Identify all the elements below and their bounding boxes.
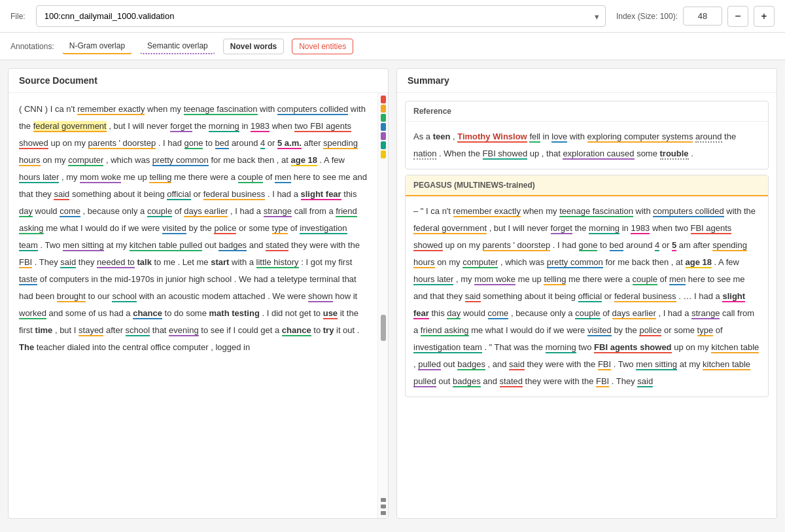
annotations-bar: Annotations: N-Gram overlap Semantic ove… [0,33,785,60]
scroll-seg-5 [381,132,386,140]
pegasus-header: PEGASUS (MULTINEWS-trained) [406,175,768,196]
scroll-seg-1 [381,96,386,103]
file-label: File: [10,12,26,21]
index-label: Index (Size: 100): [616,12,678,21]
reference-section: Reference As a teen , Timothy Winslow fe… [405,101,769,169]
scroll-seg-4 [381,123,386,131]
source-text-area[interactable]: ( CNN ) I ca n't remember exactly when m… [9,93,377,518]
main-content: Source Document ( CNN ) I ca n't remembe… [0,60,785,527]
summary-panel-body[interactable]: Reference As a teen , Timothy Winslow fe… [397,93,776,518]
ngram-overlap-tag[interactable]: N-Gram overlap [62,38,132,54]
scroll-seg-7 [381,151,386,158]
index-minus-button[interactable]: − [727,6,748,27]
reference-body: As a teen , Timothy Winslow fell in love… [406,122,768,169]
scroll-seg-b [381,505,386,508]
source-panel-header: Source Document [9,69,388,93]
summary-panel-header: Summary [397,69,776,93]
source-panel: Source Document ( CNN ) I ca n't remembe… [8,68,389,519]
scroll-seg-a [381,498,386,502]
pegasus-body: – " I ca n't remember exactly when my te… [406,196,768,397]
scroll-seg-2 [381,105,386,113]
pegasus-section: PEGASUS (MULTINEWS-trained) – " I ca n't… [405,175,769,397]
scroll-thumb[interactable] [381,315,386,341]
reference-header: Reference [406,101,768,122]
source-panel-body: ( CNN ) I ca n't remember exactly when m… [9,93,388,518]
index-section: Index (Size: 100): 48 − + [616,6,775,27]
novel-words-tag[interactable]: Novel words [223,39,284,54]
novel-entities-tag[interactable]: Novel entities [292,39,353,54]
source-scroll-indicator [377,93,388,518]
index-plus-button[interactable]: + [754,6,775,27]
annotations-label: Annotations: [10,42,54,51]
top-bar: File: 100:cnn_dailymail_1000.validation … [0,0,785,33]
scroll-seg-3 [381,114,386,122]
index-value: 48 [683,7,722,26]
summary-panel: Summary Reference As a teen , Timothy Wi… [396,68,777,519]
file-select[interactable]: 100:cnn_dailymail_1000.validation [36,5,606,27]
scroll-seg-c [381,511,386,515]
scroll-seg-6 [381,141,386,149]
file-select-wrapper: 100:cnn_dailymail_1000.validation ▾ [36,5,606,27]
semantic-overlap-tag[interactable]: Semantic overlap [140,38,215,54]
